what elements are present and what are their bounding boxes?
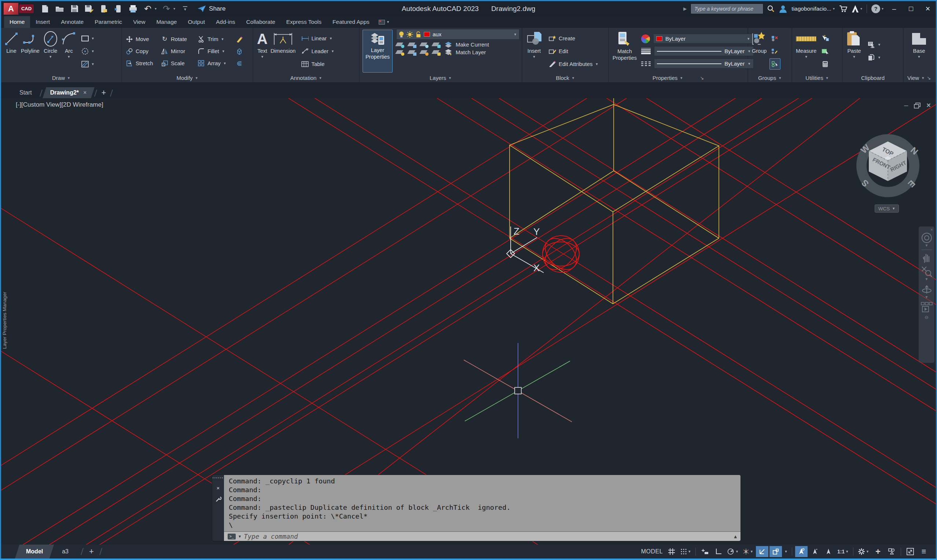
autodesk-app-icon[interactable]	[852, 5, 859, 13]
panel-properties-label[interactable]: Properties▼↘	[609, 73, 748, 83]
tab-view[interactable]: View	[128, 16, 151, 28]
linear-tool[interactable]: Linear ▼	[300, 32, 336, 44]
pan-icon[interactable]	[922, 252, 932, 263]
print-icon[interactable]	[128, 4, 138, 14]
object-snap-tracking-toggle[interactable]	[756, 546, 768, 557]
tab-add-ins[interactable]: Add-ins	[211, 16, 241, 28]
isolate-objects-toggle[interactable]	[885, 546, 898, 557]
rectangle-tool[interactable]: ▼	[80, 32, 96, 44]
cut-tool[interactable]: ▼	[866, 39, 882, 51]
zoom-dropdown-icon[interactable]: ▼	[925, 277, 929, 281]
file-tab-start[interactable]: Start	[14, 87, 38, 98]
model-space-toggle[interactable]: MODEL	[640, 546, 664, 557]
grid-display-toggle[interactable]	[665, 546, 678, 557]
properties-dialog-launcher-icon[interactable]: ↘	[700, 75, 704, 81]
fullscreen-toggle[interactable]	[904, 546, 917, 557]
annotation-visibility-toggle[interactable]	[795, 546, 808, 557]
close-button[interactable]: ×	[922, 3, 934, 14]
viewport-minimize-icon[interactable]: –	[904, 101, 908, 109]
arc-tool[interactable]: Arc ▼	[60, 29, 78, 73]
minimize-button[interactable]: –	[888, 3, 900, 14]
command-history[interactable]: Command: _copyclip 1 found Command: Comm…	[224, 475, 740, 531]
object-snap-toggle[interactable]	[769, 546, 782, 557]
customization-menu-icon[interactable]: ≡	[918, 546, 930, 557]
tab-express-tools[interactable]: Express Tools	[281, 16, 327, 28]
ortho-mode-toggle[interactable]	[712, 546, 725, 557]
snap-mode-toggle[interactable]: ▼	[679, 546, 692, 557]
user-dropdown-icon[interactable]: ▾	[833, 6, 835, 11]
username[interactable]: tiagobonifacio...	[791, 6, 831, 12]
linetype-select[interactable]: ByLayer ▼	[654, 58, 754, 69]
search-icon[interactable]	[767, 5, 775, 12]
tab-parametric[interactable]: Parametric	[89, 16, 128, 28]
layout-tab-a3[interactable]: a3	[53, 545, 77, 558]
layer-freeze-icon[interactable]	[420, 42, 428, 47]
help-dropdown-icon[interactable]: ▾	[882, 6, 883, 11]
move-tool[interactable]: Move	[124, 33, 160, 45]
undo-icon[interactable]: ↶	[143, 4, 152, 14]
file-tab-close-icon[interactable]: ×	[83, 89, 86, 96]
maximize-button[interactable]: □	[905, 3, 917, 14]
command-expand-icon[interactable]: ▲	[734, 534, 737, 539]
group-edit-tool[interactable]	[769, 45, 780, 57]
array-tool[interactable]: Array▼	[196, 57, 234, 69]
block-create-tool[interactable]: Create	[547, 32, 600, 44]
open-from-web-icon[interactable]	[99, 4, 109, 14]
scale-tool[interactable]: Scale	[160, 57, 196, 69]
orbit-icon[interactable]	[921, 283, 932, 295]
share-button[interactable]: Share	[197, 5, 225, 12]
text-tool[interactable]: A Text ▼	[255, 29, 269, 73]
save-as-icon[interactable]	[84, 4, 94, 14]
qat-customize-icon[interactable]: ▼	[180, 4, 190, 14]
object-snap-dropdown-icon[interactable]: ▼	[783, 546, 789, 557]
panel-annotation-label[interactable]: Annotation▼	[253, 73, 359, 83]
ribbon-display-toggle[interactable]: ▼	[378, 16, 390, 28]
orbit-dropdown-icon[interactable]: ▼	[925, 295, 929, 299]
paste-tool[interactable]: Paste ▼	[845, 29, 863, 73]
panel-layers-label[interactable]: Layers▼	[360, 73, 522, 83]
customization-gear-icon[interactable]: ▼	[856, 546, 871, 557]
dynamic-input-toggle[interactable]	[699, 546, 711, 557]
layer-unlock-all-icon[interactable]	[432, 49, 440, 55]
tab-annotate[interactable]: Annotate	[55, 16, 89, 28]
tab-featured-apps[interactable]: Featured Apps	[327, 16, 375, 28]
block-edit-tool[interactable]: Edit	[547, 45, 600, 57]
color-wheel-icon[interactable]	[641, 34, 650, 43]
polar-tracking-toggle[interactable]: ▼	[726, 546, 740, 557]
hatch-tool[interactable]: ▼	[80, 58, 96, 70]
explode-tool[interactable]	[234, 45, 245, 57]
command-dock-strip[interactable]: •••••• ×	[212, 475, 224, 541]
selection-cycling-tool[interactable]	[820, 45, 830, 57]
rotate-tool[interactable]: ↻Rotate	[160, 33, 196, 45]
tab-insert[interactable]: Insert	[30, 16, 55, 28]
tab-collaborate[interactable]: Collaborate	[241, 16, 281, 28]
showmotion-icon[interactable]	[921, 302, 932, 313]
layer-select[interactable]: aux ▼	[396, 29, 520, 40]
model-tab[interactable]: Model	[17, 545, 52, 558]
layer-properties-manager-tab[interactable]: Layer Properties Manager	[2, 281, 9, 360]
panel-block-label[interactable]: Block▼	[522, 73, 608, 83]
panel-groups-label[interactable]: Groups▼	[748, 73, 791, 83]
file-tab-drawing2[interactable]: Drawing2* ×	[45, 87, 93, 98]
navigation-wheel-dropdown-icon[interactable]: ▼	[925, 243, 929, 248]
tab-manage[interactable]: Manage	[151, 16, 182, 28]
copy-tool[interactable]: Copy	[124, 45, 160, 57]
redo-dropdown-icon[interactable]: ▾	[173, 6, 175, 11]
user-avatar-icon[interactable]	[779, 5, 787, 13]
linetype-icon[interactable]	[641, 62, 651, 66]
viewport-restore-icon[interactable]	[914, 103, 920, 108]
navbar-close-icon[interactable]: ×	[931, 227, 933, 232]
panel-modify-label[interactable]: Modify▼	[122, 73, 252, 83]
command-drag-handle[interactable]: ••••••	[212, 476, 224, 480]
edit-attributes-tool[interactable]: Edit Attributes ▼	[547, 58, 600, 70]
match-properties-tool[interactable]: Match Properties	[611, 29, 638, 73]
annotation-scale-value[interactable]: 1:1▼	[836, 546, 850, 557]
search-expand-icon[interactable]: ▶	[683, 6, 687, 11]
tab-home[interactable]: Home	[4, 16, 30, 28]
command-customize-wrench-icon[interactable]	[215, 496, 222, 503]
new-layout-button[interactable]: +	[89, 547, 94, 556]
snap-dropdown-icon[interactable]: ▼	[688, 550, 691, 554]
tab-output[interactable]: Output	[182, 16, 211, 28]
wcs-button[interactable]: WCS ▼	[875, 205, 899, 212]
match-layer-button[interactable]: Match Layer	[445, 49, 486, 55]
